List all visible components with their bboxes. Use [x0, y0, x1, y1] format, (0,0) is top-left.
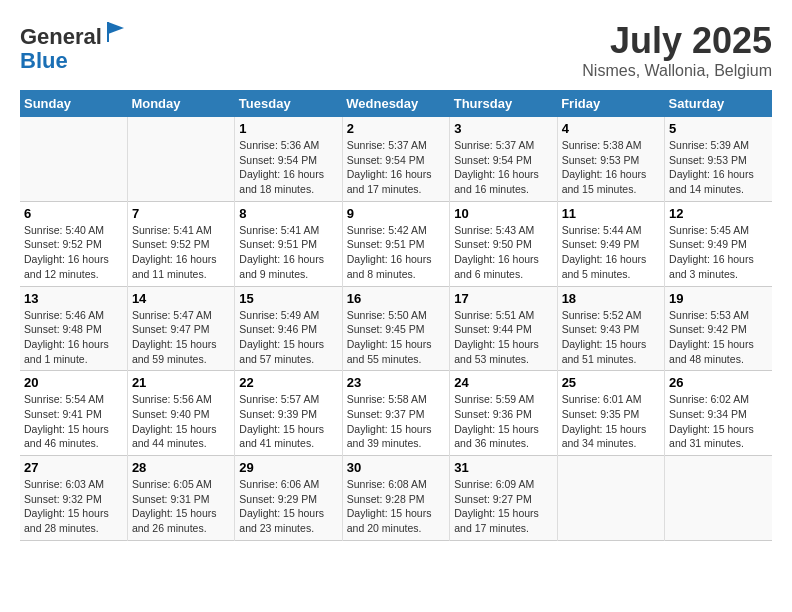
month-year-title: July 2025 — [582, 20, 772, 62]
day-info: Sunrise: 5:44 AMSunset: 9:49 PMDaylight:… — [562, 223, 660, 282]
calendar-cell — [20, 117, 127, 201]
calendar-cell: 26Sunrise: 6:02 AMSunset: 9:34 PMDayligh… — [665, 371, 772, 456]
week-row-5: 27Sunrise: 6:03 AMSunset: 9:32 PMDayligh… — [20, 456, 772, 541]
calendar-body: 1Sunrise: 5:36 AMSunset: 9:54 PMDaylight… — [20, 117, 772, 540]
calendar-cell — [665, 456, 772, 541]
calendar-cell: 17Sunrise: 5:51 AMSunset: 9:44 PMDayligh… — [450, 286, 557, 371]
day-info: Sunrise: 5:38 AMSunset: 9:53 PMDaylight:… — [562, 138, 660, 197]
column-header-saturday: Saturday — [665, 90, 772, 117]
day-number: 20 — [24, 375, 123, 390]
calendar-cell: 29Sunrise: 6:06 AMSunset: 9:29 PMDayligh… — [235, 456, 342, 541]
day-info: Sunrise: 5:49 AMSunset: 9:46 PMDaylight:… — [239, 308, 337, 367]
day-info: Sunrise: 5:51 AMSunset: 9:44 PMDaylight:… — [454, 308, 552, 367]
day-info: Sunrise: 5:37 AMSunset: 9:54 PMDaylight:… — [454, 138, 552, 197]
svg-rect-1 — [107, 22, 109, 42]
day-number: 10 — [454, 206, 552, 221]
day-info: Sunrise: 5:56 AMSunset: 9:40 PMDaylight:… — [132, 392, 230, 451]
calendar-cell: 15Sunrise: 5:49 AMSunset: 9:46 PMDayligh… — [235, 286, 342, 371]
day-info: Sunrise: 5:40 AMSunset: 9:52 PMDaylight:… — [24, 223, 123, 282]
week-row-2: 6Sunrise: 5:40 AMSunset: 9:52 PMDaylight… — [20, 201, 772, 286]
day-number: 26 — [669, 375, 768, 390]
day-info: Sunrise: 6:08 AMSunset: 9:28 PMDaylight:… — [347, 477, 445, 536]
day-number: 27 — [24, 460, 123, 475]
calendar-cell: 19Sunrise: 5:53 AMSunset: 9:42 PMDayligh… — [665, 286, 772, 371]
column-header-tuesday: Tuesday — [235, 90, 342, 117]
calendar-cell: 13Sunrise: 5:46 AMSunset: 9:48 PMDayligh… — [20, 286, 127, 371]
day-number: 4 — [562, 121, 660, 136]
day-info: Sunrise: 5:41 AMSunset: 9:51 PMDaylight:… — [239, 223, 337, 282]
svg-marker-0 — [108, 22, 124, 34]
calendar-cell: 16Sunrise: 5:50 AMSunset: 9:45 PMDayligh… — [342, 286, 449, 371]
day-info: Sunrise: 5:53 AMSunset: 9:42 PMDaylight:… — [669, 308, 768, 367]
calendar-cell: 20Sunrise: 5:54 AMSunset: 9:41 PMDayligh… — [20, 371, 127, 456]
day-info: Sunrise: 5:50 AMSunset: 9:45 PMDaylight:… — [347, 308, 445, 367]
day-number: 28 — [132, 460, 230, 475]
calendar-cell: 31Sunrise: 6:09 AMSunset: 9:27 PMDayligh… — [450, 456, 557, 541]
day-number: 21 — [132, 375, 230, 390]
day-number: 6 — [24, 206, 123, 221]
day-number: 8 — [239, 206, 337, 221]
day-number: 12 — [669, 206, 768, 221]
calendar-cell: 27Sunrise: 6:03 AMSunset: 9:32 PMDayligh… — [20, 456, 127, 541]
column-header-monday: Monday — [127, 90, 234, 117]
day-info: Sunrise: 5:54 AMSunset: 9:41 PMDaylight:… — [24, 392, 123, 451]
day-info: Sunrise: 6:06 AMSunset: 9:29 PMDaylight:… — [239, 477, 337, 536]
calendar-cell: 22Sunrise: 5:57 AMSunset: 9:39 PMDayligh… — [235, 371, 342, 456]
day-number: 25 — [562, 375, 660, 390]
calendar-cell — [557, 456, 664, 541]
page-header: General Blue July 2025 Nismes, Wallonia,… — [20, 20, 772, 80]
week-row-1: 1Sunrise: 5:36 AMSunset: 9:54 PMDaylight… — [20, 117, 772, 201]
location-subtitle: Nismes, Wallonia, Belgium — [582, 62, 772, 80]
day-info: Sunrise: 5:47 AMSunset: 9:47 PMDaylight:… — [132, 308, 230, 367]
column-header-sunday: Sunday — [20, 90, 127, 117]
calendar-cell: 14Sunrise: 5:47 AMSunset: 9:47 PMDayligh… — [127, 286, 234, 371]
day-info: Sunrise: 5:41 AMSunset: 9:52 PMDaylight:… — [132, 223, 230, 282]
day-info: Sunrise: 5:57 AMSunset: 9:39 PMDaylight:… — [239, 392, 337, 451]
day-number: 14 — [132, 291, 230, 306]
column-header-wednesday: Wednesday — [342, 90, 449, 117]
calendar-cell: 1Sunrise: 5:36 AMSunset: 9:54 PMDaylight… — [235, 117, 342, 201]
logo-blue: Blue — [20, 48, 68, 73]
calendar-cell: 6Sunrise: 5:40 AMSunset: 9:52 PMDaylight… — [20, 201, 127, 286]
calendar-cell: 11Sunrise: 5:44 AMSunset: 9:49 PMDayligh… — [557, 201, 664, 286]
calendar-cell: 8Sunrise: 5:41 AMSunset: 9:51 PMDaylight… — [235, 201, 342, 286]
day-number: 29 — [239, 460, 337, 475]
day-info: Sunrise: 6:03 AMSunset: 9:32 PMDaylight:… — [24, 477, 123, 536]
day-number: 2 — [347, 121, 445, 136]
day-number: 30 — [347, 460, 445, 475]
day-number: 13 — [24, 291, 123, 306]
week-row-4: 20Sunrise: 5:54 AMSunset: 9:41 PMDayligh… — [20, 371, 772, 456]
day-number: 18 — [562, 291, 660, 306]
day-info: Sunrise: 5:37 AMSunset: 9:54 PMDaylight:… — [347, 138, 445, 197]
logo-general: General — [20, 24, 102, 49]
day-info: Sunrise: 6:05 AMSunset: 9:31 PMDaylight:… — [132, 477, 230, 536]
calendar-table: SundayMondayTuesdayWednesdayThursdayFrid… — [20, 90, 772, 541]
day-number: 11 — [562, 206, 660, 221]
day-info: Sunrise: 5:39 AMSunset: 9:53 PMDaylight:… — [669, 138, 768, 197]
day-info: Sunrise: 5:59 AMSunset: 9:36 PMDaylight:… — [454, 392, 552, 451]
day-info: Sunrise: 5:45 AMSunset: 9:49 PMDaylight:… — [669, 223, 768, 282]
day-info: Sunrise: 5:36 AMSunset: 9:54 PMDaylight:… — [239, 138, 337, 197]
calendar-header: SundayMondayTuesdayWednesdayThursdayFrid… — [20, 90, 772, 117]
day-info: Sunrise: 6:09 AMSunset: 9:27 PMDaylight:… — [454, 477, 552, 536]
calendar-cell: 25Sunrise: 6:01 AMSunset: 9:35 PMDayligh… — [557, 371, 664, 456]
day-number: 15 — [239, 291, 337, 306]
day-number: 19 — [669, 291, 768, 306]
calendar-cell: 2Sunrise: 5:37 AMSunset: 9:54 PMDaylight… — [342, 117, 449, 201]
day-info: Sunrise: 5:43 AMSunset: 9:50 PMDaylight:… — [454, 223, 552, 282]
header-row: SundayMondayTuesdayWednesdayThursdayFrid… — [20, 90, 772, 117]
week-row-3: 13Sunrise: 5:46 AMSunset: 9:48 PMDayligh… — [20, 286, 772, 371]
column-header-friday: Friday — [557, 90, 664, 117]
day-number: 7 — [132, 206, 230, 221]
day-number: 24 — [454, 375, 552, 390]
calendar-cell: 18Sunrise: 5:52 AMSunset: 9:43 PMDayligh… — [557, 286, 664, 371]
day-info: Sunrise: 5:42 AMSunset: 9:51 PMDaylight:… — [347, 223, 445, 282]
calendar-cell: 21Sunrise: 5:56 AMSunset: 9:40 PMDayligh… — [127, 371, 234, 456]
calendar-cell: 12Sunrise: 5:45 AMSunset: 9:49 PMDayligh… — [665, 201, 772, 286]
day-number: 5 — [669, 121, 768, 136]
day-info: Sunrise: 5:52 AMSunset: 9:43 PMDaylight:… — [562, 308, 660, 367]
day-info: Sunrise: 6:02 AMSunset: 9:34 PMDaylight:… — [669, 392, 768, 451]
logo: General Blue — [20, 20, 128, 73]
day-number: 23 — [347, 375, 445, 390]
calendar-cell: 10Sunrise: 5:43 AMSunset: 9:50 PMDayligh… — [450, 201, 557, 286]
